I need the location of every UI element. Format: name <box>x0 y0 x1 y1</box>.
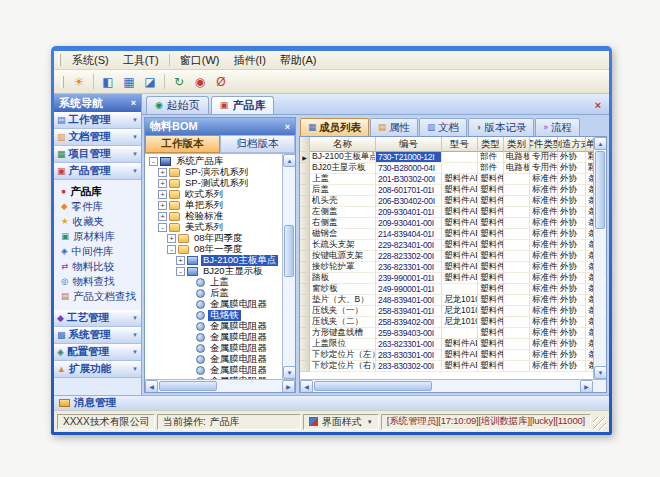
table-cell[interactable]: 标准件 <box>530 229 558 240</box>
table-cell[interactable]: 塑料件类 <box>478 339 504 350</box>
row-selector[interactable] <box>300 174 310 185</box>
table-cell[interactable]: 外协 <box>558 306 586 317</box>
table-cell[interactable]: 标准件 <box>530 295 558 306</box>
tree-node[interactable]: +单把系列 <box>147 200 282 211</box>
tree-expander-icon[interactable]: - <box>158 223 167 232</box>
table-cell[interactable]: 外协 <box>558 251 586 262</box>
table-cell[interactable]: 标准件 <box>530 262 558 273</box>
tree-vertical-scrollbar[interactable]: ▲ ▼ <box>282 154 295 379</box>
table-cell[interactable] <box>504 284 530 295</box>
table-cell[interactable]: 踏板 <box>310 273 376 284</box>
row-selector[interactable] <box>300 317 310 328</box>
tree-node[interactable]: -美式系列 <box>147 222 282 233</box>
table-cell[interactable]: 214-839404-01I <box>376 229 442 240</box>
table-cell[interactable]: 塑料件类 <box>478 174 504 185</box>
tree-node[interactable]: 金属膜电阻器 <box>147 332 282 343</box>
sidebar-item[interactable]: ◆零件库 <box>54 199 141 214</box>
table-cell[interactable] <box>504 317 530 328</box>
table-cell[interactable]: 塑料件ABS <box>442 196 478 207</box>
table-cell[interactable]: 塑料件ABS <box>442 273 478 284</box>
nav-section-header[interactable]: ▣产品管理▼ <box>54 163 141 180</box>
table-row[interactable]: 左侧盖209-930401-01I塑料件ABS塑料件类标准件外协条 <box>300 207 593 218</box>
table-cell[interactable]: 248-839401-00I <box>376 295 442 306</box>
table-row[interactable]: 机头壳206-B30402-00I塑料件ABS塑料件类标准件外协条 <box>300 196 593 207</box>
table-cell[interactable] <box>504 185 530 196</box>
tree-node[interactable]: 金属膜电阻器 <box>147 365 282 376</box>
table-cell[interactable]: 塑料件ABS <box>442 339 478 350</box>
tree-expander-icon[interactable]: + <box>158 179 167 188</box>
table-row[interactable]: 方形键盘线槽259-839403-00I塑料件类标准件外协条 <box>300 328 593 339</box>
table-cell[interactable]: 电路板 <box>504 152 530 163</box>
table-cell[interactable]: 塑料件类 <box>478 218 504 229</box>
table-cell[interactable] <box>442 163 478 174</box>
table-cell[interactable]: 专用件 <box>530 152 558 163</box>
table-cell[interactable]: 接纱轮护罩 <box>310 262 376 273</box>
table-cell[interactable]: 标准件 <box>530 284 558 295</box>
table-cell[interactable]: 外协 <box>558 262 586 273</box>
nav-section-header[interactable]: ▦项目管理▼ <box>54 146 141 163</box>
table-cell[interactable]: 206-B30402-00I <box>376 196 442 207</box>
table-cell[interactable]: 229-823401-00I <box>376 240 442 251</box>
row-selector[interactable] <box>300 339 310 350</box>
table-cell[interactable]: 条 <box>586 328 593 339</box>
table-cell[interactable]: 右侧盖 <box>310 218 376 229</box>
table-cell[interactable]: 标准件 <box>530 174 558 185</box>
message-panel-bar[interactable]: 消息管理 <box>54 395 609 410</box>
table-cell[interactable]: 标准件 <box>530 251 558 262</box>
table-cell[interactable]: 外协 <box>558 273 586 284</box>
tree-node[interactable]: -系统产品库 <box>147 156 282 167</box>
tree-vscroll-thumb[interactable] <box>284 225 294 277</box>
table-cell[interactable]: 209-930401-00I <box>376 218 442 229</box>
tree-expander-icon[interactable]: - <box>149 157 158 166</box>
tree-expander-icon[interactable]: - <box>167 245 176 254</box>
tree-node[interactable]: 金属膜电阻器 <box>147 321 282 332</box>
table-cell[interactable]: 条 <box>586 273 593 284</box>
table-cell[interactable]: 压线夹（二） <box>310 317 376 328</box>
table-cell[interactable]: 标准件 <box>530 306 558 317</box>
tree-expander-icon[interactable]: + <box>158 201 167 210</box>
table-cell[interactable]: 上盖限位 <box>310 339 376 350</box>
detail-tab[interactable]: ▦成员列表 <box>300 118 369 136</box>
tree-node[interactable]: 金属膜电阻器 <box>147 299 282 310</box>
table-cell[interactable]: 条 <box>586 196 593 207</box>
menu-item[interactable]: 窗口(W) <box>173 51 227 70</box>
table-cell[interactable]: 283-830302-00I <box>376 361 442 372</box>
detail-tab[interactable]: ▥文档 <box>419 118 467 136</box>
layout-bottom-button[interactable]: ◪ <box>140 72 160 91</box>
table-cell[interactable]: 标准件 <box>530 240 558 251</box>
layout-left-button[interactable]: ◧ <box>98 72 118 91</box>
table-row[interactable]: BJ20主显示板730-B28000-04I部件电路板专用件外协颗 <box>300 163 593 174</box>
table-cell[interactable]: 磁钢盒 <box>310 229 376 240</box>
tree-hscroll-track[interactable] <box>158 380 282 392</box>
table-cell[interactable]: 条 <box>586 295 593 306</box>
scroll-down-icon[interactable]: ▼ <box>594 366 606 379</box>
nav-section-header[interactable]: ▥文档管理▼ <box>54 129 141 146</box>
row-selector[interactable] <box>300 163 310 174</box>
tree-node[interactable]: -BJ20主显示板 <box>147 266 282 277</box>
table-cell[interactable]: 标准件 <box>530 361 558 372</box>
sidebar-item[interactable]: ⇄物料比较 <box>54 259 141 274</box>
tree-node[interactable]: +检验标准 <box>147 211 282 222</box>
table-row[interactable]: 下纱定位片（左）283-830301-00I塑料件ABS塑料件类标准件外协条 <box>300 350 593 361</box>
tree-expander-icon[interactable]: + <box>158 190 167 199</box>
table-cell[interactable]: 条 <box>586 350 593 361</box>
table-cell[interactable]: 塑料件类 <box>478 196 504 207</box>
table-cell[interactable]: 方形键盘线槽 <box>310 328 376 339</box>
table-cell[interactable]: 标准件 <box>530 350 558 361</box>
sidebar-item[interactable]: ▤产品文档查找 <box>54 289 141 304</box>
table-cell[interactable]: 部件 <box>478 163 504 174</box>
refresh-button[interactable]: ↻ <box>169 72 189 91</box>
menu-item[interactable]: 帮助(A) <box>273 51 324 70</box>
table-cell[interactable] <box>504 328 530 339</box>
table-cell[interactable]: 标准件 <box>530 207 558 218</box>
table-cell[interactable]: 左侧盖 <box>310 207 376 218</box>
table-cell[interactable]: 条 <box>586 361 593 372</box>
bom-close-icon[interactable]: × <box>285 122 290 132</box>
grid-vertical-scrollbar[interactable]: ▲ ▼ <box>593 137 606 379</box>
scroll-down-icon[interactable]: ▼ <box>283 366 295 379</box>
row-selector[interactable] <box>300 306 310 317</box>
table-cell[interactable]: 外协 <box>558 350 586 361</box>
column-header[interactable]: 类型 <box>478 137 504 152</box>
sidebar-item[interactable]: ◎物料查找 <box>54 274 141 289</box>
table-cell[interactable]: 730-T21000-12I <box>376 152 442 163</box>
